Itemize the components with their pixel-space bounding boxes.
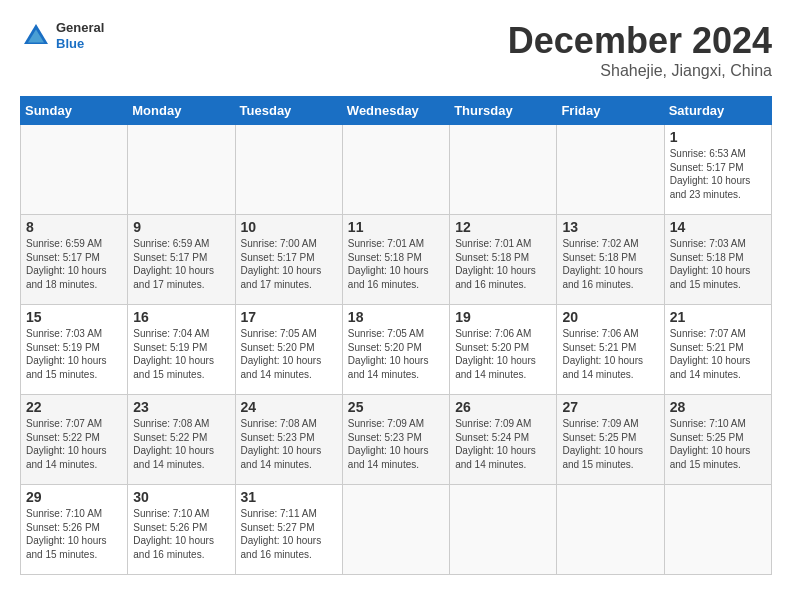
day-info: Sunrise: 6:59 AMSunset: 5:17 PMDaylight:… (133, 237, 229, 291)
day-number: 1 (670, 129, 766, 145)
day-info: Sunrise: 7:03 AMSunset: 5:19 PMDaylight:… (26, 327, 122, 381)
day-info: Sunrise: 7:04 AMSunset: 5:19 PMDaylight:… (133, 327, 229, 381)
day-number: 10 (241, 219, 337, 235)
calendar-cell (128, 125, 235, 215)
day-number: 13 (562, 219, 658, 235)
day-number: 26 (455, 399, 551, 415)
day-number: 28 (670, 399, 766, 415)
calendar-week-row: 15 Sunrise: 7:03 AMSunset: 5:19 PMDaylig… (21, 305, 772, 395)
calendar-header-row: SundayMondayTuesdayWednesdayThursdayFrid… (21, 97, 772, 125)
calendar-cell: 17 Sunrise: 7:05 AMSunset: 5:20 PMDaylig… (235, 305, 342, 395)
calendar-cell: 8 Sunrise: 6:59 AMSunset: 5:17 PMDayligh… (21, 215, 128, 305)
calendar-cell (342, 125, 449, 215)
calendar-cell: 19 Sunrise: 7:06 AMSunset: 5:20 PMDaylig… (450, 305, 557, 395)
day-header-monday: Monday (128, 97, 235, 125)
day-number: 15 (26, 309, 122, 325)
day-number: 22 (26, 399, 122, 415)
day-header-saturday: Saturday (664, 97, 771, 125)
day-number: 29 (26, 489, 122, 505)
calendar-cell: 28 Sunrise: 7:10 AMSunset: 5:25 PMDaylig… (664, 395, 771, 485)
calendar-cell: 18 Sunrise: 7:05 AMSunset: 5:20 PMDaylig… (342, 305, 449, 395)
day-number: 14 (670, 219, 766, 235)
calendar-cell: 11 Sunrise: 7:01 AMSunset: 5:18 PMDaylig… (342, 215, 449, 305)
day-info: Sunrise: 7:08 AMSunset: 5:22 PMDaylight:… (133, 417, 229, 471)
logo: General Blue (20, 20, 104, 52)
calendar-cell (21, 125, 128, 215)
day-number: 11 (348, 219, 444, 235)
day-number: 12 (455, 219, 551, 235)
calendar-cell (342, 485, 449, 575)
calendar-cell: 1 Sunrise: 6:53 AMSunset: 5:17 PMDayligh… (664, 125, 771, 215)
day-info: Sunrise: 7:09 AMSunset: 5:25 PMDaylight:… (562, 417, 658, 471)
calendar-cell: 27 Sunrise: 7:09 AMSunset: 5:25 PMDaylig… (557, 395, 664, 485)
calendar-week-row: 22 Sunrise: 7:07 AMSunset: 5:22 PMDaylig… (21, 395, 772, 485)
day-info: Sunrise: 7:01 AMSunset: 5:18 PMDaylight:… (348, 237, 444, 291)
day-number: 18 (348, 309, 444, 325)
calendar-cell: 21 Sunrise: 7:07 AMSunset: 5:21 PMDaylig… (664, 305, 771, 395)
page-header: General Blue December 2024 Shahejie, Jia… (20, 20, 772, 80)
day-number: 19 (455, 309, 551, 325)
calendar-table: SundayMondayTuesdayWednesdayThursdayFrid… (20, 96, 772, 575)
calendar-cell: 23 Sunrise: 7:08 AMSunset: 5:22 PMDaylig… (128, 395, 235, 485)
calendar-cell: 10 Sunrise: 7:00 AMSunset: 5:17 PMDaylig… (235, 215, 342, 305)
day-number: 25 (348, 399, 444, 415)
day-info: Sunrise: 7:08 AMSunset: 5:23 PMDaylight:… (241, 417, 337, 471)
day-header-sunday: Sunday (21, 97, 128, 125)
day-info: Sunrise: 7:00 AMSunset: 5:17 PMDaylight:… (241, 237, 337, 291)
day-number: 21 (670, 309, 766, 325)
calendar-cell: 31 Sunrise: 7:11 AMSunset: 5:27 PMDaylig… (235, 485, 342, 575)
day-number: 24 (241, 399, 337, 415)
day-number: 23 (133, 399, 229, 415)
day-header-wednesday: Wednesday (342, 97, 449, 125)
calendar-cell: 16 Sunrise: 7:04 AMSunset: 5:19 PMDaylig… (128, 305, 235, 395)
calendar-cell (450, 125, 557, 215)
day-number: 9 (133, 219, 229, 235)
day-number: 8 (26, 219, 122, 235)
calendar-title: December 2024 (508, 20, 772, 62)
calendar-week-row: 29 Sunrise: 7:10 AMSunset: 5:26 PMDaylig… (21, 485, 772, 575)
day-number: 17 (241, 309, 337, 325)
day-info: Sunrise: 7:07 AMSunset: 5:22 PMDaylight:… (26, 417, 122, 471)
title-area: December 2024 Shahejie, Jiangxi, China (508, 20, 772, 80)
day-info: Sunrise: 7:11 AMSunset: 5:27 PMDaylight:… (241, 507, 337, 561)
calendar-cell: 29 Sunrise: 7:10 AMSunset: 5:26 PMDaylig… (21, 485, 128, 575)
calendar-week-row: 8 Sunrise: 6:59 AMSunset: 5:17 PMDayligh… (21, 215, 772, 305)
logo-icon (20, 20, 52, 52)
calendar-cell (450, 485, 557, 575)
day-number: 20 (562, 309, 658, 325)
day-info: Sunrise: 7:10 AMSunset: 5:25 PMDaylight:… (670, 417, 766, 471)
day-info: Sunrise: 7:10 AMSunset: 5:26 PMDaylight:… (133, 507, 229, 561)
day-info: Sunrise: 7:01 AMSunset: 5:18 PMDaylight:… (455, 237, 551, 291)
calendar-cell: 30 Sunrise: 7:10 AMSunset: 5:26 PMDaylig… (128, 485, 235, 575)
logo-general: General (56, 20, 104, 36)
calendar-cell: 14 Sunrise: 7:03 AMSunset: 5:18 PMDaylig… (664, 215, 771, 305)
calendar-cell (664, 485, 771, 575)
calendar-cell (235, 125, 342, 215)
day-info: Sunrise: 7:06 AMSunset: 5:21 PMDaylight:… (562, 327, 658, 381)
calendar-cell (557, 485, 664, 575)
calendar-cell: 13 Sunrise: 7:02 AMSunset: 5:18 PMDaylig… (557, 215, 664, 305)
calendar-cell: 15 Sunrise: 7:03 AMSunset: 5:19 PMDaylig… (21, 305, 128, 395)
calendar-subtitle: Shahejie, Jiangxi, China (508, 62, 772, 80)
calendar-cell: 9 Sunrise: 6:59 AMSunset: 5:17 PMDayligh… (128, 215, 235, 305)
day-info: Sunrise: 6:53 AMSunset: 5:17 PMDaylight:… (670, 147, 766, 201)
logo-text: General Blue (56, 20, 104, 51)
day-info: Sunrise: 7:07 AMSunset: 5:21 PMDaylight:… (670, 327, 766, 381)
day-info: Sunrise: 7:02 AMSunset: 5:18 PMDaylight:… (562, 237, 658, 291)
calendar-cell: 24 Sunrise: 7:08 AMSunset: 5:23 PMDaylig… (235, 395, 342, 485)
day-number: 30 (133, 489, 229, 505)
calendar-cell: 12 Sunrise: 7:01 AMSunset: 5:18 PMDaylig… (450, 215, 557, 305)
day-info: Sunrise: 7:09 AMSunset: 5:23 PMDaylight:… (348, 417, 444, 471)
calendar-cell: 20 Sunrise: 7:06 AMSunset: 5:21 PMDaylig… (557, 305, 664, 395)
day-header-thursday: Thursday (450, 97, 557, 125)
day-info: Sunrise: 7:05 AMSunset: 5:20 PMDaylight:… (241, 327, 337, 381)
day-header-tuesday: Tuesday (235, 97, 342, 125)
logo-blue: Blue (56, 36, 104, 52)
calendar-cell: 26 Sunrise: 7:09 AMSunset: 5:24 PMDaylig… (450, 395, 557, 485)
day-header-friday: Friday (557, 97, 664, 125)
calendar-cell: 22 Sunrise: 7:07 AMSunset: 5:22 PMDaylig… (21, 395, 128, 485)
day-info: Sunrise: 7:06 AMSunset: 5:20 PMDaylight:… (455, 327, 551, 381)
calendar-week-row: 1 Sunrise: 6:53 AMSunset: 5:17 PMDayligh… (21, 125, 772, 215)
calendar-cell (557, 125, 664, 215)
day-info: Sunrise: 7:03 AMSunset: 5:18 PMDaylight:… (670, 237, 766, 291)
